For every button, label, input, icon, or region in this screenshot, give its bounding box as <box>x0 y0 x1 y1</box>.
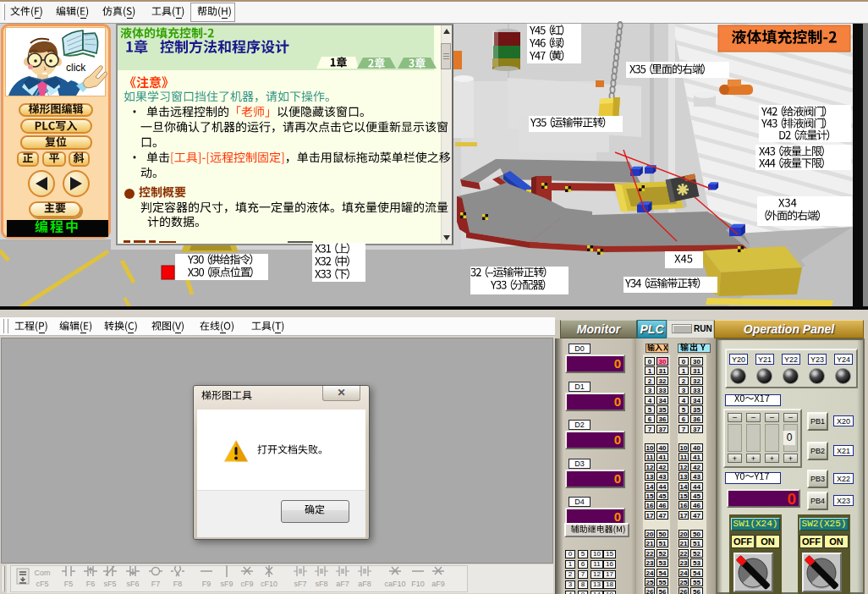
svg-text:F10: F10 <box>411 580 425 588</box>
svg-text:F6: F6 <box>86 580 96 588</box>
svg-text:sF7: sF7 <box>294 580 306 588</box>
svg-text:F7: F7 <box>151 580 161 588</box>
svg-text:Com: Com <box>34 569 50 577</box>
svg-text:F9: F9 <box>202 580 212 588</box>
svg-text:sF6: sF6 <box>126 580 139 588</box>
svg-text:aF8: aF8 <box>358 580 371 588</box>
svg-text:cF10: cF10 <box>261 580 277 588</box>
svg-text:F5: F5 <box>64 580 74 588</box>
svg-text:aF7: aF7 <box>336 580 349 588</box>
svg-text:cF5: cF5 <box>36 580 48 588</box>
svg-text:sF8: sF8 <box>315 580 327 588</box>
svg-text:caF10: caF10 <box>384 580 405 588</box>
svg-text:cF9: cF9 <box>240 580 253 588</box>
svg-text:sF9: sF9 <box>220 580 233 588</box>
svg-text:sF5: sF5 <box>103 580 116 588</box>
svg-text:aF9: aF9 <box>431 580 445 588</box>
svg-text:F8: F8 <box>173 580 183 588</box>
